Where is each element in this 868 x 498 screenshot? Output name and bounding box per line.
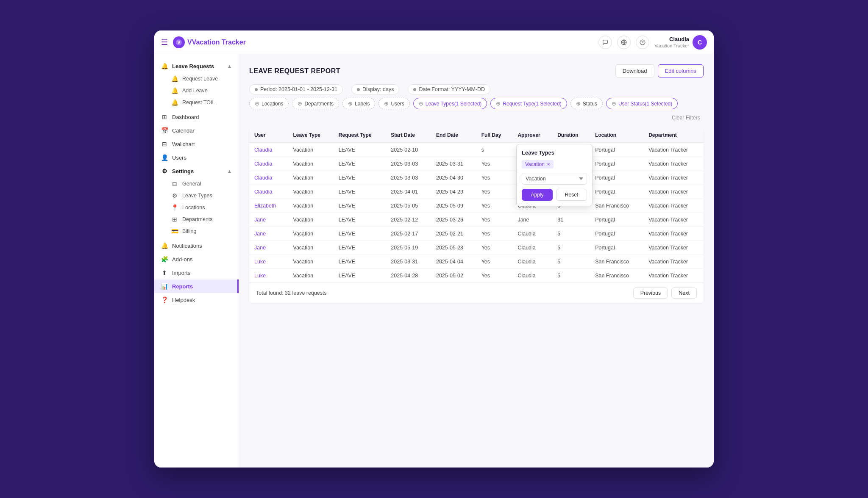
filter-locations-label: Locations [262, 101, 283, 107]
sidebar-item-billing[interactable]: 💳 Billing [159, 225, 239, 237]
sidebar-item-imports[interactable]: ⬆ Imports [154, 266, 239, 279]
help-icon-btn[interactable] [636, 36, 649, 49]
location-icon-btn[interactable] [617, 36, 631, 49]
table-cell-start-date: 2025-03-31 [386, 255, 431, 269]
sidebar-item-dashboard[interactable]: ⊞ Dashboard [154, 110, 239, 124]
filter-leave-types-label: Leave Types(1 Selected) [426, 101, 482, 107]
sidebar-item-wallchart[interactable]: ⊟ Wallchart [154, 137, 239, 151]
col-header-user: User [249, 128, 288, 143]
table-cell-user[interactable]: Jane [249, 241, 288, 255]
table-cell-user[interactable]: Luke [249, 269, 288, 283]
table-cell-duration: 5 [552, 269, 590, 283]
sidebar-item-locations[interactable]: 📍 Locations [159, 202, 239, 213]
table-cell-duration: 31 [552, 213, 590, 227]
table-cell-start-date: 2025-03-03 [386, 171, 431, 185]
sidebar-label-request-leave: Request Leave [182, 76, 218, 82]
table-cell-user[interactable]: Jane [249, 227, 288, 241]
notification-icon-btn[interactable] [598, 36, 612, 49]
period-chip: Period: 2025-01-01 - 2025-12-31 [249, 84, 343, 94]
filter-request-type[interactable]: ⊕ Request Type(1 Selected) [490, 98, 567, 109]
notifications-icon: 🔔 [161, 242, 168, 249]
table-cell-leave-type: Vacation [288, 157, 334, 171]
dropdown-tag-remove[interactable]: × [547, 161, 550, 167]
table-cell-full-day: Yes [476, 255, 513, 269]
sidebar-item-add-leave[interactable]: 🔔 Add Leave [159, 85, 239, 97]
table-cell-user[interactable]: Claudia [249, 171, 288, 185]
download-button[interactable]: Download [615, 64, 654, 77]
table-cell-full-day: Yes [476, 171, 513, 185]
filter-labels[interactable]: ⊕ Labels [342, 98, 375, 109]
table-cell-approver: Claudia [512, 241, 552, 255]
sidebar-item-request-leave[interactable]: 🔔 Request Leave [159, 73, 239, 85]
sidebar-item-departments[interactable]: ⊞ Departments [159, 213, 239, 225]
table-cell-user[interactable]: Jane [249, 213, 288, 227]
table-header-row: User Leave Type Request Type Start Date … [249, 128, 704, 143]
nav-right: Claudia Vacation Tracker C [598, 35, 707, 50]
filter-status[interactable]: ⊕ Status [570, 98, 603, 109]
leave-types-icon: ⚙ [171, 192, 178, 199]
user-info[interactable]: Claudia Vacation Tracker C [654, 35, 707, 50]
table-cell-user[interactable]: Luke [249, 255, 288, 269]
dropdown-actions: Apply Reset [522, 189, 587, 201]
table-body: ClaudiaVacationLEAVE2025-02-10sClaudia10… [249, 143, 704, 283]
svg-text:V: V [178, 40, 181, 45]
sidebar-item-notifications[interactable]: 🔔 Notifications [154, 239, 239, 252]
table-cell-leave-type: Vacation [288, 269, 334, 283]
filter-leave-types[interactable]: ⊕ Leave Types(1 Selected) [413, 98, 487, 109]
table-row: JaneVacationLEAVE2025-05-192025-05-23Yes… [249, 241, 704, 255]
table-cell-user[interactable]: Claudia [249, 185, 288, 199]
dropdown-reset-button[interactable]: Reset [556, 189, 587, 201]
table-cell-user[interactable]: Claudia [249, 157, 288, 171]
table-row: LukeVacationLEAVE2025-03-312025-04-04Yes… [249, 255, 704, 269]
nav-left: ☰ V VVacation Tracker [161, 36, 246, 48]
table-cell-department: Vacation Tracker [643, 255, 704, 269]
previous-button[interactable]: Previous [633, 288, 668, 299]
sidebar-item-settings[interactable]: ⚙ Settings ▲ [154, 164, 239, 178]
dropdown-apply-button[interactable]: Apply [522, 189, 553, 201]
sidebar-item-leave-requests[interactable]: 🔔 Leave Requests ▲ [154, 59, 239, 73]
menu-icon[interactable]: ☰ [161, 38, 168, 47]
leave-requests-icon: 🔔 [161, 63, 168, 69]
sidebar-item-request-toil[interactable]: 🔔 Request TOIL [159, 97, 239, 108]
sidebar-item-leave-types[interactable]: ⚙ Leave Types [159, 190, 239, 202]
sidebar-item-helpdesk[interactable]: ❓ Helpdesk [154, 293, 239, 307]
filter-users[interactable]: ⊕ Users [378, 98, 409, 109]
table-cell-department: Vacation Tracker [643, 185, 704, 199]
filter-locations[interactable]: ⊕ Locations [249, 98, 289, 109]
filter-request-type-icon: ⊕ [496, 100, 501, 107]
sidebar-label-general: General [182, 181, 201, 187]
table-cell-user[interactable]: Elizabeth [249, 199, 288, 213]
filter-departments[interactable]: ⊕ Departments [292, 98, 339, 109]
dropdown-title: Leave Types [522, 149, 587, 156]
col-header-leave-type: Leave Type [288, 128, 334, 143]
col-header-start-date: Start Date [386, 128, 431, 143]
table-cell-request-type: LEAVE [334, 185, 386, 199]
table-cell-start-date: 2025-05-19 [386, 241, 431, 255]
wallchart-icon: ⊟ [161, 141, 168, 147]
table-cell-user[interactable]: Claudia [249, 143, 288, 157]
table-cell-leave-type: Vacation [288, 213, 334, 227]
edit-columns-button[interactable]: Edit columns [658, 64, 704, 77]
sidebar-item-general[interactable]: ⊟ General [159, 178, 239, 190]
user-name-block: Claudia Vacation Tracker [654, 36, 689, 48]
dropdown-tag-vacation: Vacation × [522, 160, 554, 169]
header-actions: Download Edit columns [615, 64, 704, 77]
sidebar-item-addons[interactable]: 🧩 Add-ons [154, 252, 239, 266]
filter-users-label: Users [391, 101, 404, 107]
sidebar-item-reports[interactable]: 📊 Reports [154, 279, 239, 293]
sidebar-label-helpdesk: Helpdesk [172, 297, 195, 303]
filter-leave-types-icon: ⊕ [419, 100, 423, 107]
clear-filters-button[interactable]: Clear Filters [668, 113, 704, 123]
sidebar-item-users[interactable]: 👤 Users [154, 151, 239, 164]
filter-status-label: Status [583, 101, 597, 107]
leave-types-select[interactable]: Vacation Sick Leave PTO Other [522, 173, 587, 185]
filter-status-icon: ⊕ [576, 100, 581, 107]
filter-user-status[interactable]: ⊕ User Status(1 Selected) [606, 98, 678, 109]
sidebar-item-calendar[interactable]: 📅 Calendar [154, 124, 239, 137]
next-button[interactable]: Next [671, 288, 697, 299]
date-format-chip: Date Format: YYYY-MM-DD [408, 84, 490, 94]
table-row: LukeVacationLEAVE2025-04-282025-05-02Yes… [249, 269, 704, 283]
filter-users-icon: ⊕ [384, 100, 389, 107]
display-chip: Display: days [351, 84, 399, 94]
departments-icon: ⊞ [171, 216, 178, 223]
